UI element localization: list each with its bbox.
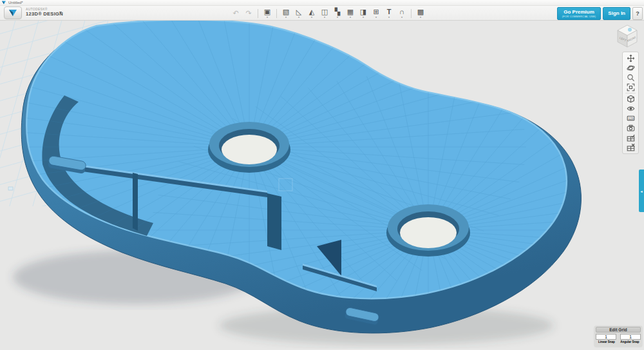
toolbar-separator (276, 9, 277, 18)
grid-corner-handle[interactable] (8, 187, 13, 190)
app-menu-button[interactable] (4, 6, 22, 19)
navigation-toolbar: 123 (622, 52, 639, 154)
material-icon: ▩ (417, 8, 424, 15)
toolbar-sketch-button[interactable]: ◺▾ (292, 6, 305, 20)
primitives-icon: ▧ (283, 8, 289, 15)
material-icon (627, 95, 635, 103)
toolbar-transform-button[interactable]: ▣▾ (261, 6, 274, 20)
slide-panel-handle[interactable]: ◂ (639, 170, 644, 212)
model-boss-hole-2[interactable] (386, 204, 470, 257)
angular-snap-label: Angular Snap (619, 340, 641, 344)
edit-grid-panel: Edit Grid Linear Snap Angular Snap (594, 326, 642, 347)
undo-icon: ↶ (232, 10, 238, 17)
text-icon: T (387, 8, 392, 15)
main-toolbar: ↶ ↷ ▣▾ ▧▾ ◺▾ ◭▾ ◫▾ ▚▾ ▦▾ ◨▾ ⊞▾ T▾ ∩▾ ▩▾ (229, 6, 427, 21)
model-canvas (0, 21, 644, 350)
edit-grid-button[interactable]: Edit Grid (596, 327, 641, 333)
model-boss-hole-1[interactable] (208, 122, 290, 173)
toolbar-redo-button[interactable]: ↷ (242, 6, 255, 20)
toolbar-combine-button[interactable]: ◨▾ (357, 6, 370, 20)
zoom-button[interactable] (623, 73, 638, 83)
toolbar-construct-button[interactable]: ◭▾ (305, 6, 318, 20)
units-icon: 123 (627, 114, 635, 122)
title-bar: Untitled* (0, 0, 644, 6)
app-menu-chevron-icon[interactable]: ▾ (59, 10, 62, 15)
navbar-separator (625, 93, 636, 93)
linear-snap-input[interactable] (596, 334, 616, 340)
view-cube[interactable]: LEFT FRONT (614, 23, 640, 49)
brand-product: 123D® DESIGN (26, 12, 63, 17)
svg-text:123: 123 (628, 117, 633, 121)
go-premium-sublabel: (FOR COMMERCIAL USE) (562, 15, 596, 18)
material-view-button[interactable] (623, 94, 638, 104)
menu-bar: AUTODESK® 123D® DESIGN ▾ ↶ ↷ ▣▾ ▧▾ ◺▾ ◭▾… (0, 6, 644, 21)
screenshot-button[interactable] (623, 123, 638, 133)
app-logo-icon (2, 1, 6, 5)
help-button[interactable]: ? (632, 7, 643, 20)
fit-icon (627, 83, 635, 92)
linear-snap-label: Linear Snap (596, 340, 618, 344)
redo-icon: ↷ (245, 10, 251, 17)
fit-button[interactable] (623, 83, 638, 92)
toolbar-primitives-button[interactable]: ▧▾ (279, 6, 292, 20)
toolbar-undo-button[interactable]: ↶ (229, 6, 242, 20)
123d-logo-icon (8, 9, 17, 17)
view-cube-compass-dot (628, 28, 632, 32)
visibility-icon (627, 104, 635, 113)
toolbar-snap-button[interactable]: ∩▾ (395, 6, 408, 20)
zoom-icon (627, 73, 635, 82)
pan-button[interactable] (623, 53, 638, 63)
toolbar-material-button[interactable]: ▩▾ (414, 6, 427, 20)
header-buttons: Go Premium (FOR COMMERCIAL USE) Sign In … (557, 7, 643, 20)
measure-icon: ⊞ (373, 8, 379, 15)
sketch-icon: ◺ (296, 8, 301, 15)
snap-icon: ∩ (399, 8, 404, 15)
construct-icon: ◭ (309, 8, 314, 15)
toolbar-modify-button[interactable]: ◫▾ (318, 6, 331, 20)
viewport-3d[interactable]: LEFT FRONT (0, 21, 644, 350)
toolbar-text-button[interactable]: T▾ (383, 6, 395, 20)
toolbar-separator (411, 9, 412, 18)
angular-snap-input[interactable] (620, 334, 641, 340)
toolbar-separator (258, 9, 258, 18)
show-sketches-icon (627, 133, 635, 142)
sign-in-label: Sign In (608, 10, 625, 17)
camera-icon (627, 124, 635, 132)
orbit-icon (627, 64, 635, 72)
grouping-icon: ▦ (347, 8, 354, 15)
toolbar-grouping-button[interactable]: ▦▾ (344, 6, 357, 20)
toolbar-pattern-button[interactable]: ▚▾ (331, 6, 344, 20)
units-settings-button[interactable]: 123 (623, 113, 638, 123)
hide-sketches-button[interactable] (623, 142, 638, 152)
chevron-left-icon: ◂ (640, 189, 642, 193)
brand-text: AUTODESK® 123D® DESIGN (26, 8, 63, 17)
sign-in-button[interactable]: Sign In (603, 7, 630, 20)
toolbar-measure-button[interactable]: ⊞▾ (370, 6, 383, 20)
modify-icon: ◫ (321, 8, 328, 15)
combine-icon: ◨ (360, 8, 366, 15)
pattern-icon: ▚ (335, 8, 340, 15)
hide-sketches-icon (627, 143, 635, 151)
visibility-button[interactable] (623, 104, 638, 113)
pan-icon (627, 54, 635, 63)
orbit-button[interactable] (623, 63, 638, 73)
go-premium-button[interactable]: Go Premium (FOR COMMERCIAL USE) (557, 7, 601, 20)
app-window: Untitled* AUTODESK® 123D® DESIGN ▾ ↶ ↷ ▣… (0, 0, 644, 350)
transform-icon: ▣ (264, 8, 270, 15)
help-icon: ? (636, 10, 639, 17)
window-title: Untitled* (8, 1, 23, 5)
show-sketches-button[interactable] (623, 133, 638, 142)
